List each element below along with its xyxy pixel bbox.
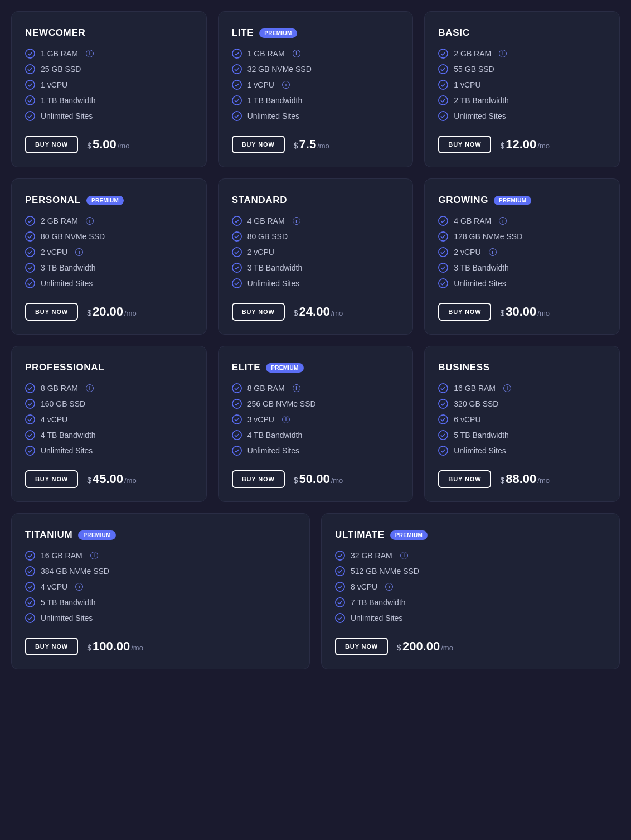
buy-now-button[interactable]: BUY NOW [438,303,491,321]
feature-item: 16 GB RAM i [25,551,296,561]
card-footer: BUY NOW $ 88.00 /mo [438,470,606,488]
feature-item: 8 vCPU i [335,582,606,592]
card-title-row: BASIC [438,27,606,38]
feature-text: 3 vCPU [247,415,274,424]
feature-item: Unlimited Sites [438,278,606,288]
feature-text: Unlimited Sites [41,112,93,120]
svg-point-38 [232,431,241,440]
price-per: /mo [537,309,550,317]
svg-point-51 [336,567,344,576]
check-icon [438,80,448,90]
buy-now-button[interactable]: BUY NOW [25,470,78,488]
price-block: $ 7.5 /mo [294,137,329,152]
svg-point-30 [26,384,35,393]
price-block: $ 30.00 /mo [500,305,550,319]
feature-text: 55 GB SSD [454,65,494,74]
card-footer: BUY NOW $ 45.00 /mo [25,470,193,488]
check-icon [438,430,448,440]
svg-point-21 [232,232,241,241]
feature-item: 160 GB SSD [25,399,193,409]
plan-card-professional: PROFESSIONAL 8 GB RAM i 160 GB SSD 4 vCP… [11,346,207,502]
svg-point-23 [232,263,241,272]
svg-point-12 [439,80,448,89]
card-title-row: BUSINESS [438,362,606,373]
check-icon [438,263,448,273]
plan-title: PROFESSIONAL [25,362,104,373]
feature-item: 3 TB Bandwidth [232,263,400,273]
card-footer: BUY NOW $ 12.00 /mo [438,136,606,153]
svg-point-25 [439,216,448,225]
features-list: 1 GB RAM i 32 GB NVMe SSD 1 vCPU i 1 TB … [232,49,400,121]
card-footer: BUY NOW $ 30.00 /mo [438,303,606,321]
feature-text: 80 GB NVMe SSD [41,232,105,241]
feature-text: 128 GB NVMe SSD [454,232,522,241]
check-icon [232,216,242,226]
plan-title: ELITE [232,362,261,373]
card-footer: BUY NOW $ 5.00 /mo [25,136,193,153]
buy-now-button[interactable]: BUY NOW [25,303,78,321]
feature-item: 8 GB RAM i [232,383,400,393]
feature-item: 32 GB RAM i [335,551,606,561]
features-list: 32 GB RAM i 512 GB NVMe SSD 8 vCPU i 7 T… [335,551,606,623]
feature-text: 512 GB NVMe SSD [351,567,419,576]
feature-item: 80 GB SSD [232,231,400,242]
feature-text: 3 TB Bandwidth [454,263,509,272]
svg-point-35 [232,384,241,393]
svg-point-50 [336,551,344,560]
feature-item: 8 GB RAM i [25,383,193,393]
price-amount: 100.00 [93,639,130,654]
price-amount: 50.00 [299,472,330,486]
svg-point-8 [232,96,241,105]
check-icon [335,566,345,576]
feature-text: 256 GB NVMe SSD [247,399,316,408]
feature-text: 4 vCPU [41,582,67,591]
feature-text: 2 TB Bandwidth [454,96,509,105]
price-amount: 7.5 [299,137,317,152]
check-icon [232,231,242,242]
svg-point-41 [439,399,448,408]
info-icon: i [499,217,507,225]
feature-item: 80 GB NVMe SSD [25,231,193,242]
price-dollar: $ [294,476,298,485]
svg-point-22 [232,248,241,257]
buy-now-button[interactable]: BUY NOW [335,638,388,655]
buy-now-button[interactable]: BUY NOW [232,470,285,488]
buy-now-button[interactable]: BUY NOW [25,638,78,655]
buy-now-button[interactable]: BUY NOW [438,470,491,488]
buy-now-button[interactable]: BUY NOW [232,303,285,321]
feature-item: 1 GB RAM i [232,49,400,59]
card-footer: BUY NOW $ 24.00 /mo [232,303,400,321]
svg-point-4 [26,112,35,120]
plan-card-lite: LITE PREMIUM 1 GB RAM i 32 GB NVMe SSD 1… [218,11,414,167]
feature-text: 1 GB RAM [41,49,78,58]
info-icon: i [282,416,290,423]
plan-card-elite: ELITE PREMIUM 8 GB RAM i 256 GB NVMe SSD… [218,346,414,502]
feature-text: 160 GB SSD [41,399,85,408]
plan-card-growing: GROWING PREMIUM 4 GB RAM i 128 GB NVMe S… [424,178,620,335]
features-list: 16 GB RAM i 384 GB NVMe SSD 4 vCPU i 5 T… [25,551,296,623]
plan-title: GROWING [438,195,488,206]
feature-item: 320 GB SSD [438,399,606,409]
feature-item: 32 GB NVMe SSD [232,64,400,74]
premium-badge: PREMIUM [259,28,297,38]
feature-item: 3 TB Bandwidth [438,263,606,273]
buy-now-button[interactable]: BUY NOW [438,136,491,153]
price-per: /mo [124,309,137,317]
price-amount: 88.00 [506,472,536,486]
check-icon [438,64,448,74]
features-list: 8 GB RAM i 160 GB SSD 4 vCPU 4 TB Bandwi… [25,383,193,456]
plan-title: LITE [232,27,254,38]
buy-now-button[interactable]: BUY NOW [25,136,78,153]
plan-card-standard: STANDARD 4 GB RAM i 80 GB SSD 2 vCPU [218,178,414,335]
check-icon [438,278,448,288]
svg-point-14 [439,112,448,120]
check-icon [25,95,35,105]
check-icon [232,263,242,273]
svg-point-47 [26,582,35,591]
info-icon: i [503,384,511,392]
svg-point-43 [439,431,448,440]
feature-text: Unlimited Sites [41,279,93,288]
buy-now-button[interactable]: BUY NOW [232,136,285,153]
svg-point-20 [232,216,241,225]
feature-text: 1 vCPU [41,80,67,89]
